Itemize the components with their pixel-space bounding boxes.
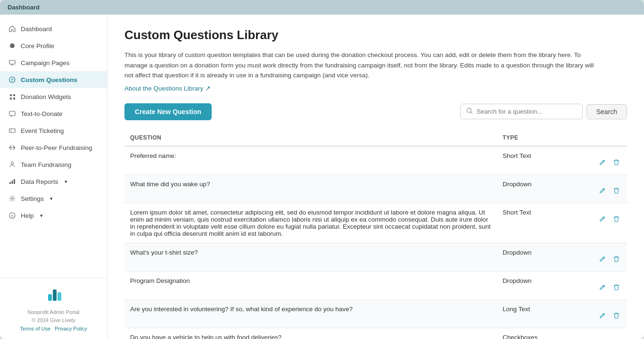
title-bar: Dashboard	[0, 0, 644, 15]
page-description: This is your library of custom question …	[124, 50, 596, 81]
sidebar-item-team-fundraising[interactable]: Team Fundraising	[0, 156, 107, 173]
type-cell: Long Text	[497, 299, 591, 328]
sidebar-item-text-to-donate[interactable]: Text-to-Donate	[0, 105, 107, 122]
home-icon	[8, 25, 16, 33]
table-header: QUESTION TYPE	[124, 130, 627, 146]
sidebar-item-label: Event Ticketing	[21, 127, 64, 134]
chevron-down-icon: ▾	[50, 196, 53, 202]
svg-rect-8	[9, 111, 15, 116]
actions-cell	[591, 174, 627, 203]
chevron-down-icon: ▾	[65, 179, 67, 185]
actions-cell	[591, 271, 627, 299]
edit-button[interactable]	[597, 283, 608, 294]
question-cell: Program Designation	[124, 271, 497, 299]
table-row: Lorem ipsum dolor sit amet, consectetur …	[124, 203, 627, 243]
table-row: Are you interested in volunteering? If s…	[124, 299, 627, 328]
svg-rect-4	[10, 94, 12, 96]
sidebar-item-label: Peer-to-Peer Fundraising	[21, 144, 92, 151]
sidebar-item-event-ticketing[interactable]: Event Ticketing	[0, 122, 107, 139]
questions-table: QUESTION TYPE Preferred name:Short Text …	[124, 130, 627, 339]
svg-rect-9	[9, 129, 15, 132]
svg-rect-11	[9, 182, 11, 184]
sidebar-item-campaign-pages[interactable]: Campaign Pages	[0, 54, 107, 71]
reports-icon	[8, 178, 16, 185]
type-cell: Dropdown	[497, 243, 591, 271]
col-header-question: QUESTION	[124, 130, 497, 146]
search-input[interactable]	[477, 108, 577, 115]
delete-button[interactable]	[611, 186, 621, 197]
delete-button[interactable]	[611, 215, 621, 225]
table-row: Do you have a vehicle to help us with fo…	[124, 328, 627, 339]
privacy-link[interactable]: Privacy Policy	[55, 326, 87, 331]
edit-button[interactable]	[597, 255, 608, 265]
edit-button[interactable]	[597, 158, 608, 169]
sidebar-item-custom-questions[interactable]: ? Custom Questions	[0, 71, 107, 88]
question-cell: Do you have a vehicle to help us with fo…	[124, 328, 497, 339]
search-button[interactable]: Search	[586, 104, 627, 119]
svg-point-0	[10, 43, 15, 48]
table-row: Preferred name:Short Text	[124, 146, 627, 175]
sidebar-item-label: Custom Questions	[21, 76, 77, 83]
sidebar-item-label: Data Reports	[21, 178, 58, 185]
svg-rect-7	[13, 98, 15, 99]
monitor-icon	[8, 59, 16, 66]
type-cell: Dropdown	[497, 271, 591, 299]
actions-cell	[591, 243, 627, 271]
table-body: Preferred name:Short Text What time did …	[124, 146, 627, 339]
question-cell: Preferred name:	[124, 146, 497, 175]
svg-point-10	[11, 162, 14, 165]
main-content: Custom Questions Library This is your li…	[107, 15, 644, 339]
sidebar-item-label: Core Profile	[21, 42, 54, 50]
about-library-link[interactable]: About the Questions Library ↗	[124, 84, 211, 92]
table-row: What's your t-shirt size?Dropdown	[124, 243, 627, 271]
search-area: Search	[460, 104, 627, 119]
sidebar-item-label: Settings	[21, 195, 44, 202]
svg-point-14	[11, 198, 13, 199]
sidebar-item-donation-widgets[interactable]: Donation Widgets	[0, 88, 107, 105]
edit-button[interactable]	[597, 186, 608, 197]
actions-cell	[591, 299, 627, 328]
sidebar-item-core-profile[interactable]: Core Profile	[0, 37, 107, 54]
core-profile-icon	[8, 42, 16, 50]
search-icon	[466, 107, 473, 116]
question-cell: Lorem ipsum dolor sit amet, consectetur …	[124, 203, 497, 243]
delete-button[interactable]	[611, 283, 621, 294]
table-row: Program DesignationDropdown	[124, 271, 627, 299]
page-title: Custom Questions Library	[124, 28, 627, 42]
settings-icon	[8, 195, 16, 202]
svg-rect-13	[14, 179, 15, 184]
sidebar-item-label: Campaign Pages	[21, 59, 70, 66]
type-cell: Short Text	[497, 146, 591, 175]
type-cell: Dropdown	[497, 174, 591, 203]
svg-rect-17	[53, 289, 57, 301]
sidebar-item-peer-to-peer[interactable]: Peer-to-Peer Fundraising	[0, 139, 107, 156]
actions-cell	[591, 328, 627, 339]
create-question-button[interactable]: Create New Question	[124, 103, 212, 120]
table-row: What time did you wake up?Dropdown	[124, 174, 627, 203]
sidebar-nav: Dashboard Core Profile Campai	[0, 15, 107, 278]
terms-link[interactable]: Terms of Use	[20, 326, 50, 331]
footer-org-name: Nonprofit Admin Portal © 2024 Give Livel…	[8, 308, 99, 324]
delete-button[interactable]	[611, 311, 621, 322]
edit-button[interactable]	[597, 215, 608, 225]
sidebar-item-settings[interactable]: Settings ▾	[0, 190, 107, 207]
sidebar-item-dashboard[interactable]: Dashboard	[0, 20, 107, 37]
question-icon: ?	[8, 76, 16, 83]
team-icon	[8, 161, 16, 168]
toolbar: Create New Question Search	[124, 103, 627, 120]
sidebar-item-data-reports[interactable]: Data Reports ▾	[0, 173, 107, 190]
question-cell: Are you interested in volunteering? If s…	[124, 299, 497, 328]
delete-button[interactable]	[611, 158, 621, 169]
question-cell: What's your t-shirt size?	[124, 243, 497, 271]
sidebar-item-help[interactable]: ? Help ▾	[0, 207, 107, 224]
edit-button[interactable]	[597, 311, 608, 322]
text-donate-icon	[8, 110, 16, 117]
delete-button[interactable]	[611, 255, 621, 265]
actions-cell	[591, 203, 627, 243]
chevron-down-icon: ▾	[40, 213, 43, 219]
svg-rect-6	[10, 98, 12, 99]
question-cell: What time did you wake up?	[124, 174, 497, 203]
sidebar-item-label: Dashboard	[21, 25, 52, 33]
footer-links: Terms of Use Privacy Policy	[8, 326, 99, 331]
sidebar: Dashboard Core Profile Campai	[0, 15, 107, 339]
